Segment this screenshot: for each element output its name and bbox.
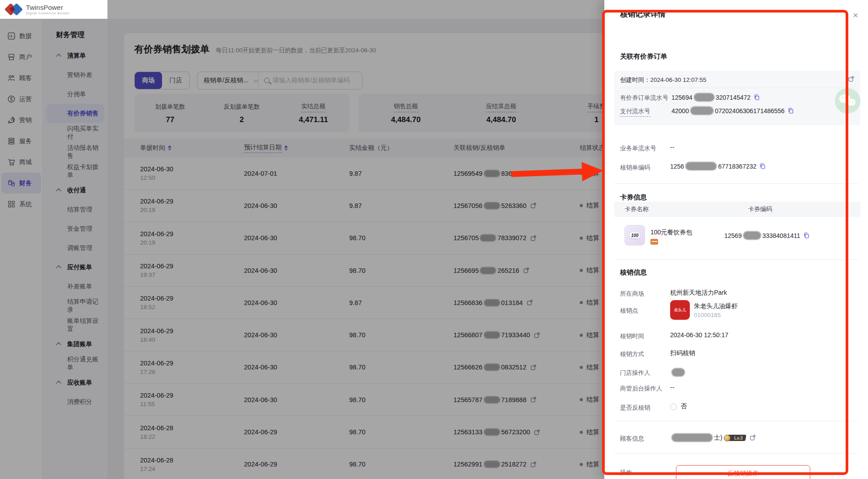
order-no-value: 1256943207145472	[671, 93, 760, 102]
pay-no-label: 支付流水号	[620, 107, 650, 117]
shop-code[interactable]: 01000165	[694, 312, 721, 318]
verify-method-value: 扫码核销	[670, 349, 695, 357]
store-operator-value	[670, 368, 686, 377]
drawer-title: 核销记录详情	[620, 9, 666, 19]
redacted-text	[671, 368, 685, 377]
customer-value: 士) Lv.3	[670, 433, 756, 442]
close-icon[interactable]: ×	[853, 11, 858, 20]
admin-operator-label: 商管后台操作人	[620, 385, 663, 393]
reverse-verification-button[interactable]: 反核销操作	[676, 465, 810, 479]
coupon-code: 1256933384081411	[724, 231, 810, 240]
reverse-value: 否	[670, 403, 687, 411]
point-label: 核销点	[620, 307, 638, 315]
verification-detail-drawer: 核销记录详情 × 关联有价券订单 创建时间：2024-06-30 12:07:5…	[604, 0, 868, 479]
verify-no-label: 核销单编码	[620, 164, 650, 172]
copy-icon[interactable]	[787, 107, 794, 114]
verify-no-value: 125667718367232	[670, 162, 766, 170]
external-link-icon[interactable]	[848, 76, 855, 82]
wechat-float-button[interactable]	[835, 88, 860, 114]
customer-label: 顾客信息	[620, 435, 644, 443]
mall-value: 杭州新天地活力Park	[670, 289, 727, 297]
shop-logo: 老头儿	[670, 300, 690, 320]
admin-operator-value: --	[670, 384, 674, 391]
action-label: 操作	[620, 469, 632, 477]
verify-time-value: 2024-06-30 12:50:17	[670, 331, 728, 339]
redacted-text	[685, 162, 717, 170]
brand-name: TwinsPower	[26, 4, 70, 12]
created-time: 创建时间：2024-06-30 12:07:55	[620, 76, 706, 84]
copy-icon[interactable]	[759, 163, 766, 170]
biz-no-label: 业务单流水号	[620, 144, 656, 153]
copy-icon[interactable]	[803, 232, 810, 239]
redacted-text	[743, 231, 761, 240]
section-order: 关联有价券订单	[620, 52, 667, 61]
brand-logo-icon	[5, 2, 23, 17]
member-level-badge: Lv.3	[726, 435, 746, 441]
verify-method-label: 核销方式	[620, 350, 644, 358]
reverse-label: 是否反核销	[620, 404, 650, 412]
shop-name: 朱老头儿油爆虾	[694, 302, 738, 310]
order-no-label: 有价券订单流水号	[620, 94, 668, 102]
app-root: 数据 商户 顾客 运营 营销 服务 商城 财务 系统 财务管理 清算单	[0, 0, 868, 479]
mall-label: 所在商场	[620, 290, 644, 298]
pay-no-value: 4200007202406306171486556	[671, 106, 794, 115]
brand-tagline: Digital Commerce Builder	[26, 12, 70, 15]
order-info-card: 创建时间：2024-06-30 12:07:55 有价券订单流水号 125694…	[614, 71, 860, 125]
biz-no-value: --	[670, 144, 674, 151]
medal-icon	[724, 435, 731, 441]
verify-time-label: 核销时间	[620, 332, 644, 340]
coupon-table-header: 卡券名称 卡券编码	[614, 202, 860, 217]
copy-icon[interactable]	[753, 94, 760, 101]
store-operator-label: 门店操作人	[620, 369, 650, 377]
redacted-text	[694, 93, 714, 102]
external-link-icon[interactable]	[749, 434, 756, 441]
redacted-text	[690, 106, 714, 115]
radio-unchecked[interactable]	[670, 403, 677, 410]
brand-logo[interactable]: TwinsPower Digital Commerce Builder	[0, 0, 107, 19]
coupon-name: 100元餐饮券包	[650, 229, 692, 237]
redacted-text	[671, 433, 713, 442]
ticket-icon	[650, 239, 658, 245]
section-verify: 核销信息	[620, 268, 647, 277]
section-coupon: 卡券信息	[620, 193, 647, 202]
coupon-thumbnail: 100	[624, 225, 645, 246]
